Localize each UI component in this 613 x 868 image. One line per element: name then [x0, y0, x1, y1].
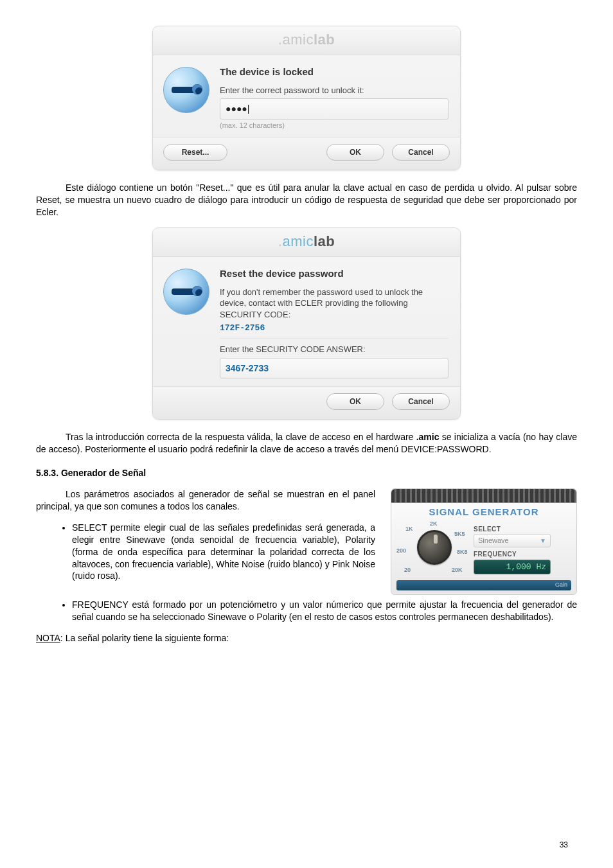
sg-top-grip	[391, 489, 576, 503]
key-icon	[163, 269, 209, 315]
section-heading: 5.8.3. Generador de Señal	[36, 467, 577, 479]
note-line: NOTA: La señal polarity tiene la siguien…	[36, 632, 577, 644]
frequency-dial[interactable]	[417, 530, 452, 565]
frequency-label: FREQUENCY	[474, 550, 570, 559]
dialog1-header: .amiclab	[153, 26, 460, 55]
brand-post: lab	[314, 31, 335, 48]
dialog1-title: The device is locked	[220, 66, 449, 78]
dial-tick-2k: 2K	[430, 520, 438, 527]
brand-logo: .amiclab	[278, 31, 335, 48]
select-dropdown[interactable]: Sinewave ▼	[474, 534, 551, 547]
brand-logo: .amiclab	[278, 233, 335, 249]
dialog2-header: .amiclab	[153, 228, 460, 257]
reset-dialog: .amiclab Reset the device password If yo…	[152, 227, 461, 420]
dial-tick-1k: 1K	[405, 525, 413, 533]
frequency-readout[interactable]: 1,000 Hz	[474, 560, 551, 575]
select-value: Sinewave	[478, 536, 509, 545]
dial-tick-20: 20	[404, 566, 411, 574]
cancel-button[interactable]: Cancel	[392, 393, 450, 410]
answer-input[interactable]: 3467-2733	[220, 358, 449, 379]
p2a: Tras la introducción correcta de la resp…	[66, 432, 416, 442]
sg-title: SIGNAL GENERATOR	[391, 503, 576, 520]
dialog1-body: The device is locked Enter the correct p…	[153, 55, 460, 137]
brand-mid: amic	[282, 31, 313, 48]
note-text: : La señal polarity tiene la siguiente f…	[60, 633, 229, 643]
reset-button[interactable]: Reset...	[163, 144, 227, 161]
bullet-list-2: FREQUENCY está formado por un potencióme…	[72, 599, 577, 623]
p2b: .amic	[416, 432, 440, 442]
dialog2-footer: OK Cancel	[153, 386, 460, 419]
dialog1-prompt: Enter the correct password to unlock it:	[220, 85, 449, 96]
cancel-button[interactable]: Cancel	[392, 144, 450, 161]
ok-button[interactable]: OK	[326, 144, 384, 161]
brand-mid: amic	[282, 233, 313, 249]
dialog2-body: Reset the device password If you don't r…	[153, 257, 460, 387]
dialog1-footer: Reset... OK Cancel	[153, 137, 460, 170]
page-number: 33	[560, 840, 568, 850]
key-icon	[163, 67, 209, 113]
bullet-select: SELECT permite elegir cual de las señale…	[72, 522, 375, 582]
paragraph-1: Este diálogo contiene un botón "Reset...…	[36, 182, 577, 218]
chevron-down-icon: ▼	[540, 536, 546, 545]
signal-generator-panel: SIGNAL GENERATOR 1K 2K 5K5 200 8K8 20 20…	[391, 488, 577, 595]
note-label: NOTA	[36, 633, 60, 643]
dialog2-line1: If you don't remember the password used …	[220, 287, 449, 321]
password-input[interactable]: ●●●●|	[220, 98, 449, 120]
paragraph-2: Tras la introducción correcta de la resp…	[36, 431, 577, 456]
dialog2-line2: Enter the SECURITY CODE ANSWER:	[220, 344, 449, 355]
select-label: SELECT	[474, 525, 570, 534]
ok-button[interactable]: OK	[326, 393, 384, 410]
sg-footer-strip: Gain	[396, 580, 571, 590]
paragraph-3: Los parámetros asociados al generador de…	[36, 488, 375, 513]
dial-tick-5k5: 5K5	[454, 530, 465, 538]
bullet-frequency: FREQUENCY está formado por un potencióme…	[72, 599, 577, 623]
frequency-dial-area: 1K 2K 5K5 200 8K8 20 20K	[395, 521, 471, 576]
dialog2-title: Reset the device password	[220, 267, 449, 280]
brand-post: lab	[314, 233, 335, 249]
unlock-dialog: .amiclab The device is locked Enter the …	[152, 26, 461, 170]
separator	[220, 338, 449, 339]
dial-tick-20k: 20K	[452, 566, 463, 574]
bullet-list: SELECT permite elegir cual de las señale…	[72, 522, 375, 582]
dial-tick-200: 200	[396, 547, 406, 554]
dial-tick-8k8: 8K8	[457, 548, 468, 556]
password-hint: (max. 12 characters)	[220, 121, 449, 130]
security-code: 172F-2756	[220, 323, 449, 334]
